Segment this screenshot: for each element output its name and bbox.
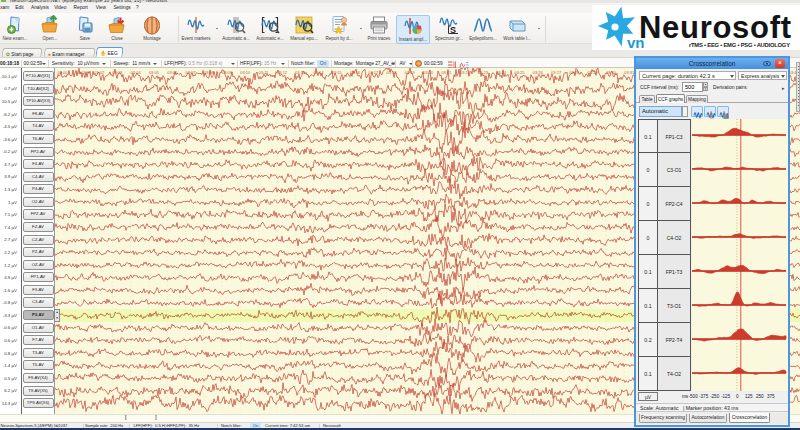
- svg-text:03:13: 03:13: [295, 70, 306, 75]
- svg-text:03:05: 03:05: [149, 70, 160, 75]
- svg-text:03:26: 03:26: [533, 70, 544, 75]
- svg-text:03:21: 03:21: [441, 70, 452, 75]
- svg-text:03:00: 03:00: [58, 70, 69, 75]
- svg-text:S: S: [450, 24, 456, 34]
- svg-text:03:12: 03:12: [277, 70, 288, 75]
- svg-text:03:06: 03:06: [167, 70, 178, 75]
- svg-text:rTMS • EEG • EMG • PSG • AUDIO: rTMS • EEG • EMG • PSG • AUDIOLOGY: [689, 42, 790, 48]
- svg-text:03:04: 03:04: [131, 70, 142, 75]
- svg-text:Neurosoft: Neurosoft: [639, 10, 791, 45]
- svg-text:03:15: 03:15: [332, 70, 343, 75]
- svg-text:03:27: 03:27: [551, 70, 562, 75]
- svg-text:03:10: 03:10: [240, 70, 251, 75]
- svg-text:03:07: 03:07: [186, 70, 197, 75]
- svg-text:03:17: 03:17: [368, 70, 379, 75]
